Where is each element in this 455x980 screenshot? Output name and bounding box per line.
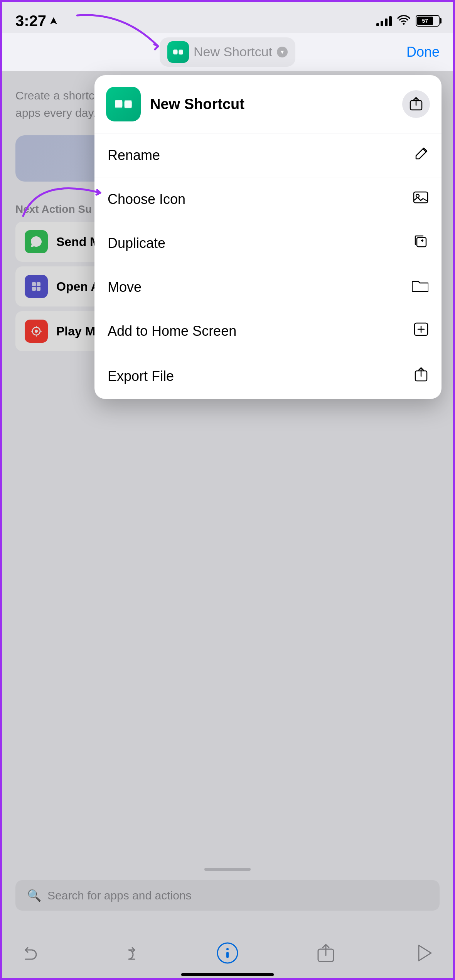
done-button[interactable]: Done: [406, 44, 440, 60]
export-file-label: Export File: [108, 368, 174, 384]
signal-bars: [376, 15, 392, 26]
battery-icon: 57: [416, 15, 440, 27]
move-menu-item[interactable]: Move: [94, 265, 442, 309]
export-file-menu-item[interactable]: Export File: [94, 353, 442, 399]
svg-rect-2: [173, 50, 177, 54]
status-time: 3:27: [15, 12, 58, 30]
choose-icon-label: Choose Icon: [108, 191, 185, 207]
shortcut-name-button[interactable]: New Shortcut ▾: [160, 37, 295, 67]
duplicate-menu-item[interactable]: Duplicate: [94, 221, 442, 265]
rename-label: Rename: [108, 147, 160, 163]
signal-bar-3: [385, 19, 388, 26]
folder-icon: [412, 278, 428, 296]
shortcut-icon-large: [106, 87, 141, 121]
status-bar: 3:27 57: [0, 0, 455, 35]
dropdown-header: New Shortcut: [94, 75, 442, 133]
dropdown-header-left: New Shortcut: [106, 87, 244, 121]
wifi-icon: [397, 14, 410, 28]
add-square-icon: [414, 322, 428, 340]
nav-shortcut-name: New Shortcut: [194, 44, 272, 59]
shortcut-icon-small: [167, 41, 189, 63]
move-label: Move: [108, 279, 142, 295]
duplicate-icon: [413, 234, 428, 252]
nav-bar: New Shortcut ▾ Done: [0, 33, 455, 71]
share-circle-button[interactable]: [402, 90, 430, 118]
svg-rect-19: [414, 192, 428, 203]
status-right: 57: [376, 14, 440, 28]
add-to-home-screen-menu-item[interactable]: Add to Home Screen: [94, 309, 442, 353]
location-icon: [49, 15, 58, 26]
svg-rect-3: [179, 50, 183, 54]
duplicate-label: Duplicate: [108, 235, 165, 251]
add-to-home-screen-label: Add to Home Screen: [108, 323, 236, 339]
svg-rect-16: [115, 101, 122, 108]
signal-bar-1: [376, 23, 379, 26]
choose-icon-menu-item[interactable]: Choose Icon: [94, 177, 442, 221]
time-display: 3:27: [15, 12, 46, 30]
svg-rect-21: [417, 237, 426, 247]
dropdown-shortcut-name: New Shortcut: [150, 96, 244, 113]
dropdown-menu: New Shortcut Rename Choose Icon: [94, 75, 442, 399]
chevron-down-icon: ▾: [277, 47, 288, 57]
signal-bar-4: [389, 16, 392, 26]
export-icon: [414, 366, 428, 386]
rename-menu-item[interactable]: Rename: [94, 133, 442, 177]
svg-rect-17: [125, 101, 132, 108]
battery-fill: 57: [417, 17, 433, 25]
image-icon: [413, 190, 428, 208]
pencil-icon: [415, 146, 428, 164]
signal-bar-2: [381, 21, 383, 26]
